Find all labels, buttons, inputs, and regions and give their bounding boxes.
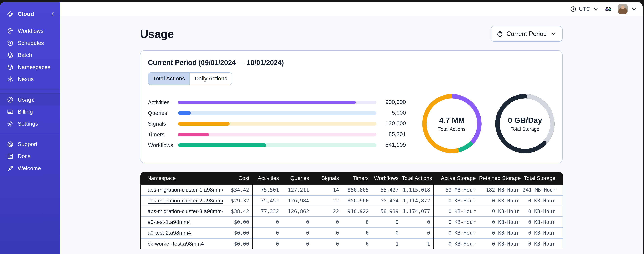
page-title: Usage [140,27,174,40]
table-cell: 0 [402,217,434,228]
table-cell: 0 KB-Hour [479,206,523,217]
table-cell: 22 [312,206,342,217]
glasses-feedback-icon[interactable] [605,6,612,12]
app-root: Cloud WorkflowsSchedulesBatchNamespacesN… [0,0,644,254]
app-window: Cloud WorkflowsSchedulesBatchNamespacesN… [0,2,643,254]
current-period-card: Current Period (09/01/2024 — 10/01/2024)… [140,50,562,163]
sidebar-item-settings[interactable]: Settings [0,118,60,130]
namespace-link[interactable]: a0-test-1.a98mm4 [148,219,191,225]
column-header-total-actions: Total Actions [402,172,434,185]
namespace-cell[interactable]: bk-worker-test.a98mm4 [140,238,222,249]
usage-icon [7,96,14,103]
sidebar-brand[interactable]: Cloud [0,8,60,20]
sidebar-collapse-icon[interactable] [50,12,55,17]
table-cell: 1,174,077 [402,206,434,217]
sidebar-item-nexus[interactable]: Nexus [0,73,60,85]
table-cell: 0 KB-Hour [523,206,563,217]
sidebar-item-label: Namespaces [18,64,50,70]
namespace-link[interactable]: a0-test-2.a98mm4 [148,230,191,236]
period-selector-button[interactable]: Current Period [491,26,562,42]
sidebar-item-schedules[interactable]: Schedules [0,37,60,49]
table-cell: 0 [312,238,342,249]
table-cell: 910,922 [342,206,372,217]
table-row: bk-worker-test.a98mm4$0.000000110 KB-Hou… [140,238,563,249]
namespace-cell[interactable]: abs-migration-cluster-1.a98mm4 [140,185,222,195]
billing-icon [7,108,14,115]
table-cell: 0 KB-Hour [479,238,523,249]
sidebar: Cloud WorkflowsSchedulesBatchNamespacesN… [0,2,60,254]
summary-donuts: 4.7 MMTotal Actions0 GB/DayTotal Storage [422,93,556,154]
timezone-label: UTC [579,6,590,12]
namespace-cell[interactable]: a0-test-2.a98mm4 [140,228,222,238]
table-cell: 182 MB-Hour [479,185,523,195]
bar-label: Queries [148,110,178,116]
namespace-cell[interactable]: abs-migration-cluster-3.a98mm4 [140,206,222,217]
namespace-cell[interactable]: abs-migration-cluster-2.a98mm4 [140,195,222,206]
donut-total-storage: 0 GB/DayTotal Storage [494,93,556,154]
bar-label: Workflows [148,142,178,148]
sidebar-item-batch[interactable]: Batch [0,49,60,61]
tab-daily-actions[interactable]: Daily Actions [190,73,232,85]
bar-fill [178,143,266,147]
docs-icon [7,153,14,160]
table-cell: 0 KB-Hour [523,228,563,238]
table-row: a0-test-2.a98mm4$0.000000000 KB-Hour0 KB… [140,228,563,238]
sidebar-item-welcome[interactable]: Welcome [0,162,60,174]
bar-row-queries: Queries5,000 [148,108,406,118]
table-cell: 0 [372,228,402,238]
table-cell: 241 MB-Hour [523,185,563,195]
bar-value: 900,000 [376,99,406,106]
bar-fill [178,111,191,115]
table-cell: 0 KB-Hour [479,228,523,238]
column-header-queries: Queries [282,172,312,185]
donut-value: 4.7 MM [439,116,465,125]
table-cell: 0 [312,217,342,228]
sidebar-item-support[interactable]: Support [0,138,60,150]
table-cell: 1,115,018 [402,185,434,195]
sidebar-item-label: Docs [18,153,30,159]
nexus-icon [7,76,14,82]
clock-icon [570,6,576,12]
account-menu[interactable] [618,4,637,14]
tab-total-actions[interactable]: Total Actions [148,73,190,85]
sidebar-item-workflows[interactable]: Workflows [0,25,60,37]
bar-row-timers: Timers85,201 [148,129,406,140]
table-cell: 0 KB-Hour [479,217,523,228]
column-header-namespace: Namespace [140,172,222,185]
sidebar-item-label: Nexus [18,76,34,82]
namespace-usage-table: NamespaceCostActivitiesQueriesSignalsTim… [140,172,563,249]
table-cell: 0 [342,238,372,249]
table-cell: 77,332 [253,206,282,217]
sidebar-item-docs[interactable]: Docs [0,150,60,162]
user-avatar[interactable] [618,4,628,14]
table-cell: 0 KB-Hour [434,206,479,217]
donut-label: Total Actions [438,126,466,132]
sidebar-item-label: Workflows [18,28,44,34]
sidebar-item-namespaces[interactable]: Namespaces [0,61,60,73]
table-cell: 22 [312,195,342,206]
sidebar-item-usage[interactable]: Usage [0,94,60,106]
namespace-link[interactable]: abs-migration-cluster-3.a98mm4 [148,208,222,214]
timezone-selector[interactable]: UTC [570,6,599,12]
table-cell: 127,211 [282,185,312,195]
sidebar-divider [0,89,60,90]
table-cell: 126,984 [282,195,312,206]
donut-value: 0 GB/Day [508,116,542,125]
sidebar-item-billing[interactable]: Billing [0,106,60,118]
donut-label: Total Storage [511,126,540,132]
column-header-workflows: Workflows [372,172,402,185]
table-cell: 0 [282,238,312,249]
namespace-link[interactable]: bk-worker-test.a98mm4 [148,241,204,246]
table-cell: 0 KB-Hour [523,238,563,249]
actions-bar-chart: Activities900,000Queries5,000Signals130,… [148,97,406,150]
namespace-cell[interactable]: a0-test-1.a98mm4 [140,217,222,228]
table-cell: 0 KB-Hour [523,195,563,206]
namespace-link[interactable]: abs-migration-cluster-1.a98mm4 [148,187,222,192]
table-cell: $38.42 [222,206,253,217]
table-cell: 75,452 [253,195,282,206]
bar-track [178,122,376,126]
namespace-link[interactable]: abs-migration-cluster-2.a98mm4 [148,198,222,204]
table-cell: 126,862 [282,206,312,217]
table-cell: 55,427 [372,185,402,195]
workflows-icon [7,27,14,34]
